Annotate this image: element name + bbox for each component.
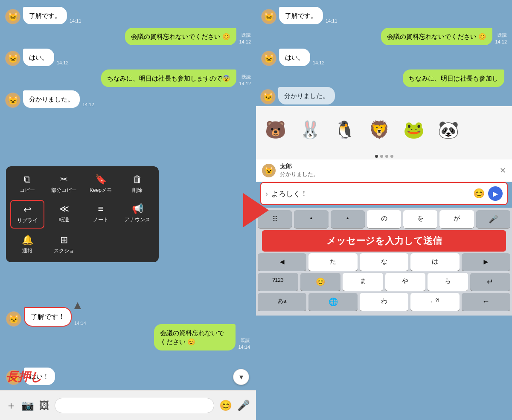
- reply-avatar: 🐱: [262, 164, 276, 177]
- kb-ta-key[interactable]: た: [308, 253, 357, 271]
- transition-arrow: [243, 193, 269, 227]
- menu-item-keep[interactable]: 🔖 Keepメモ: [84, 171, 118, 197]
- message-input-left[interactable]: [55, 398, 214, 413]
- delete-icon: 🗑: [133, 174, 142, 185]
- msg-meta: 14:11: [70, 18, 81, 24]
- avatar: 🐱: [5, 51, 20, 66]
- menu-label-reply: リプライ: [17, 217, 38, 224]
- forward-icon: ≪: [59, 203, 69, 214]
- menu-item-copy[interactable]: ⧉ コピー: [10, 171, 44, 197]
- kb-ma-key[interactable]: ま: [343, 273, 383, 291]
- table-row: 🐱 分かりました。 14:12: [5, 90, 251, 108]
- keyboard-row: ⠿ • • の を が 🎤: [258, 210, 510, 228]
- menu-item-forward[interactable]: ≪ 転送: [47, 200, 81, 229]
- kb-wo-key[interactable]: を: [403, 210, 437, 228]
- kb-no-key[interactable]: の: [367, 210, 401, 228]
- menu-item-delete[interactable]: 🗑 削除: [120, 171, 154, 197]
- bubble-sent: ちなみに、明日は社長も参加しますので😨: [101, 70, 236, 87]
- send-button[interactable]: ▶: [488, 186, 503, 201]
- kb-ga-key[interactable]: が: [439, 210, 474, 228]
- kb-backspace-key[interactable]: ←: [462, 293, 510, 311]
- kb-ha-key[interactable]: は: [410, 253, 459, 271]
- table-row: 既読 14:12 会議の資料忘れないでください 😊: [5, 28, 251, 45]
- menu-label-announce: アナウンス: [125, 216, 150, 223]
- kb-punct-key[interactable]: 。?!: [410, 293, 459, 311]
- note-icon: ≡: [98, 203, 104, 214]
- menu-label-note: ノート: [93, 216, 108, 223]
- menu-item-screenshot[interactable]: ⊞ スクショ: [47, 231, 81, 258]
- keyboard-row: ◄ た な は ►: [258, 253, 510, 271]
- msg-meta: 14:12: [57, 60, 69, 66]
- kb-emoji-key[interactable]: 😊: [300, 273, 341, 291]
- sticker-item[interactable]: 🐰: [294, 114, 326, 146]
- mic-icon[interactable]: 🎤: [237, 400, 250, 411]
- table-row: ちなみに、明日は社長も参加し: [261, 70, 507, 87]
- reply-text: 分かりました。: [280, 171, 319, 178]
- message-input-right[interactable]: [271, 189, 470, 198]
- avatar-highlight: 🐱: [6, 311, 21, 327]
- keyboard-row: あa 🌐 わ 。?! ←: [258, 293, 510, 311]
- bubble-received: 分かりました。: [23, 90, 80, 108]
- red-arrow-icon: [243, 193, 269, 227]
- kb-na-key[interactable]: な: [360, 253, 408, 271]
- table-row: 🐱 はい。 14:12: [5, 49, 251, 66]
- bubble-sent: 会議の資料忘れないでください 😊: [125, 28, 236, 45]
- kb-dot1-key[interactable]: •: [294, 210, 328, 228]
- sticker-item[interactable]: 🐧: [329, 114, 361, 146]
- kb-mic-key[interactable]: 🎤: [476, 210, 510, 228]
- kb-wa-key[interactable]: わ: [360, 293, 408, 311]
- reply-info: 太郎 分かりました。: [280, 163, 319, 178]
- msg-meta: 14:11: [326, 18, 337, 24]
- menu-item-announce[interactable]: 📢 アナウンス: [120, 200, 154, 229]
- sticker-item[interactable]: 🐼: [432, 114, 464, 146]
- emoji-icon[interactable]: 😊: [219, 400, 232, 411]
- camera-icon[interactable]: 📷: [21, 400, 34, 411]
- screenshot-icon: ⊞: [60, 235, 68, 246]
- msg-meta-highlight: 14:14: [74, 321, 86, 327]
- bubble-partial: 分かりました。: [278, 87, 335, 104]
- reply-bar: 🐱 太郎 分かりました。 ✕: [256, 159, 512, 182]
- kb-right-key[interactable]: ►: [462, 253, 510, 271]
- msg-meta: 14:12: [313, 60, 325, 66]
- keep-icon: 🔖: [95, 174, 107, 185]
- menu-item-partial-copy[interactable]: ✂ 部分コピー: [47, 171, 81, 197]
- sticker-item[interactable]: 🐸: [398, 114, 430, 146]
- kb-left-key[interactable]: ◄: [258, 253, 306, 271]
- avatar: 🐱: [5, 9, 20, 24]
- image-icon[interactable]: 🖼: [39, 400, 49, 411]
- right-panel: 🐱 了解です。 14:11 既読 14:12 会議の資料忘れないでください 😊 …: [256, 0, 512, 420]
- menu-item-report[interactable]: 🔔 通報: [10, 231, 44, 258]
- sticker-item[interactable]: 🦁: [363, 114, 395, 146]
- kb-return-key[interactable]: ↵: [470, 273, 511, 291]
- sticker-panel[interactable]: 🐻 🐰 🐧 🦁 🐸 🐼: [256, 106, 512, 153]
- bubble-received: 了解です。: [23, 7, 67, 24]
- left-panel: 🐱 了解です。 14:11 既読 14:12 会議の資料忘れないでください 😊 …: [0, 0, 256, 420]
- kb-aa-key[interactable]: あa: [258, 293, 306, 311]
- kb-ya-key[interactable]: や: [385, 273, 426, 291]
- msg-meta: 既読 14:12: [239, 32, 251, 45]
- menu-item-note[interactable]: ≡ ノート: [84, 200, 118, 229]
- chat-area-right: 🐱 了解です。 14:11 既読 14:12 会議の資料忘れないでください 😊 …: [256, 0, 512, 87]
- kb-num-key[interactable]: ?123: [258, 273, 298, 291]
- scroll-down-button[interactable]: ▾: [233, 369, 249, 385]
- menu-label-screenshot: スクショ: [54, 247, 74, 255]
- emoji-button[interactable]: 😊: [473, 188, 485, 199]
- kb-ra-key[interactable]: ら: [428, 273, 468, 291]
- table-row: 既読 14:12 ちなみに、明日は社長も参加しますので😨: [5, 70, 251, 87]
- bubble-highlight: 了解です！: [24, 307, 72, 327]
- plus-icon[interactable]: ＋: [6, 399, 16, 412]
- menu-label-partial-copy: 部分コピー: [51, 187, 77, 194]
- sticker-item[interactable]: 🐻: [259, 114, 291, 146]
- msg-meta: 既読 14:12: [239, 74, 251, 87]
- kb-dot2-key[interactable]: •: [331, 210, 365, 228]
- close-icon[interactable]: ✕: [500, 166, 506, 175]
- message-input-label: メッセージを入力して送信: [262, 230, 506, 252]
- msg-meta: 既読 14:12: [495, 32, 507, 45]
- table-row: 既読 14:12 会議の資料忘れないでください 😊: [261, 28, 507, 45]
- avatar-partial: 🐱: [260, 89, 276, 104]
- menu-label-keep: Keepメモ: [90, 187, 112, 194]
- sticker-dot: [390, 155, 393, 158]
- kb-globe-key[interactable]: 🌐: [308, 293, 357, 311]
- menu-item-reply[interactable]: ↩ リプライ: [10, 200, 44, 229]
- announce-icon: 📢: [132, 203, 143, 214]
